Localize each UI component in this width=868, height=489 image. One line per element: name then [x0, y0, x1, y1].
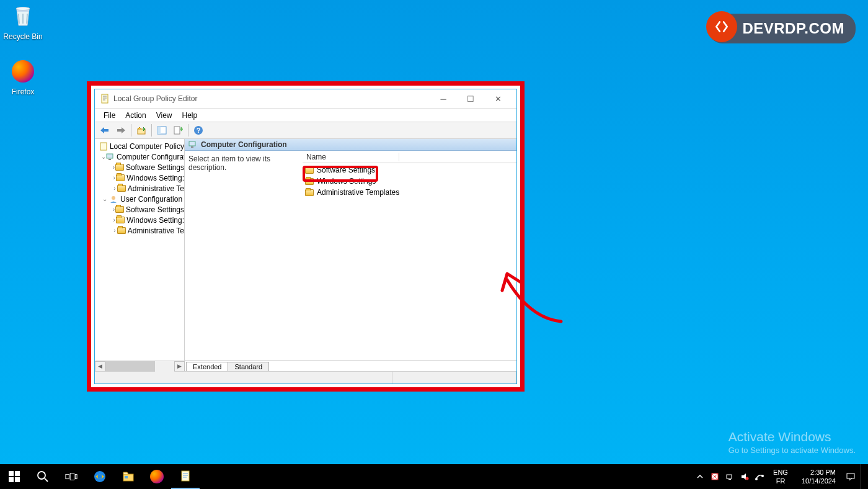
list-item-windows-settings[interactable]: Windows Settings [303, 176, 516, 187]
tray-security-icon[interactable] [710, 472, 720, 482]
ie-icon [94, 470, 106, 483]
scroll-thumb[interactable] [105, 361, 155, 372]
svg-rect-27 [125, 476, 128, 478]
svg-rect-21 [66, 474, 69, 478]
annotation-arrow-icon [496, 269, 570, 325]
menu-view[interactable]: View [151, 110, 177, 121]
firefox-icon [150, 470, 164, 483]
folder-icon [115, 164, 124, 171]
task-view-button[interactable] [57, 464, 86, 489]
explorer-icon [122, 470, 135, 483]
menu-file[interactable]: File [99, 110, 120, 121]
tree-item[interactable]: ›Administrative Te [95, 225, 184, 236]
svg-rect-18 [9, 477, 14, 482]
language-indicator[interactable]: ENG FR [769, 468, 792, 485]
user-icon [108, 195, 118, 204]
list-pane: Name Software Settings Windows Settings … [303, 151, 516, 360]
list-item-admin-templates[interactable]: Administrative Templates [303, 187, 516, 198]
svg-point-33 [755, 478, 758, 480]
folder-icon [116, 217, 125, 223]
tree-item[interactable]: ›Administrative Te [95, 183, 184, 194]
scroll-right-button[interactable]: ▶ [174, 361, 185, 372]
svg-rect-11 [107, 154, 113, 158]
clock[interactable]: 2:30 PM 10/14/2024 [797, 468, 841, 485]
tree-item[interactable]: ›Software Settings [95, 204, 184, 215]
activate-windows-watermark: Activate Windows Go to Settings to activ… [728, 429, 856, 455]
taskbar: ENG FR 2:30 PM 10/14/2024 [0, 464, 868, 489]
svg-rect-1 [102, 94, 108, 103]
svg-point-25 [98, 475, 102, 479]
svg-rect-31 [728, 479, 731, 480]
svg-rect-28 [182, 471, 189, 481]
svg-point-20 [38, 472, 45, 479]
tabs: Extended Standard [185, 360, 516, 371]
svg-point-32 [746, 477, 749, 480]
svg-rect-12 [108, 159, 111, 160]
tray-chevron-icon[interactable] [695, 472, 705, 482]
tab-standard[interactable]: Standard [228, 362, 269, 371]
tree-view[interactable]: Local Computer Policy ⌄ Computer Configu… [95, 139, 185, 361]
folder-icon [305, 178, 314, 185]
up-button[interactable] [134, 123, 149, 137]
folder-icon [305, 189, 314, 196]
brand-watermark: DEVRDP.COM [709, 14, 856, 43]
menu-action[interactable]: Action [120, 110, 151, 121]
titlebar[interactable]: Local Group Policy Editor ─ ☐ ✕ [95, 89, 516, 108]
tree-user-config[interactable]: ⌄ User Configuration [95, 194, 184, 204]
svg-rect-35 [847, 473, 854, 478]
tree-item[interactable]: ›Software Settings [95, 162, 184, 173]
tree-scrollbar[interactable]: ◀ ▶ [95, 361, 185, 371]
folder-icon [117, 185, 126, 192]
svg-rect-30 [727, 475, 732, 478]
taskbar-firefox[interactable] [143, 464, 171, 489]
export-button[interactable] [170, 123, 185, 137]
menu-help[interactable]: Help [177, 110, 203, 121]
desktop-icon-label: Firefox [0, 87, 46, 96]
svg-point-13 [112, 196, 115, 200]
tree-item[interactable]: ›Windows Setting: [95, 215, 184, 225]
gpedit-icon [100, 94, 110, 104]
desktop-icon-recycle-bin[interactable]: Recycle Bin [0, 3, 46, 41]
action-center-button[interactable] [846, 472, 856, 482]
taskbar-explorer[interactable] [114, 464, 143, 489]
taskbar-ie[interactable] [86, 464, 114, 489]
description-pane: Select an item to view its description. [185, 151, 303, 360]
svg-rect-14 [189, 141, 195, 146]
taskbar-notepad[interactable] [171, 464, 200, 489]
scroll-left-button[interactable]: ◀ [95, 361, 105, 372]
svg-point-34 [761, 475, 764, 477]
svg-rect-22 [70, 473, 74, 480]
search-icon [37, 470, 49, 483]
tree-root[interactable]: Local Computer Policy [95, 141, 184, 151]
task-view-icon [65, 470, 78, 483]
tray-rdp-icon[interactable] [755, 472, 764, 482]
tray-network-icon[interactable] [725, 472, 735, 482]
back-button[interactable] [97, 123, 112, 137]
computer-icon [188, 140, 197, 149]
notepad-icon [179, 470, 192, 482]
toolbar: ? [95, 122, 516, 139]
tree-item[interactable]: ›Windows Setting: [95, 173, 184, 183]
show-hide-tree-button[interactable] [154, 123, 169, 137]
desktop-icon-firefox[interactable]: Firefox [0, 59, 46, 96]
minimize-button[interactable]: ─ [430, 89, 457, 108]
folder-icon [116, 174, 125, 181]
start-button[interactable] [0, 464, 29, 489]
search-button[interactable] [29, 464, 57, 489]
show-desktop-button[interactable] [861, 464, 864, 489]
tray-volume-icon[interactable] [740, 472, 750, 482]
help-button[interactable]: ? [191, 123, 206, 137]
column-header[interactable]: Name [303, 151, 516, 163]
maximize-button[interactable]: ☐ [457, 89, 484, 108]
tab-extended[interactable]: Extended [186, 362, 228, 371]
forward-button[interactable] [113, 123, 128, 137]
gpedit-window: Local Group Policy Editor ─ ☐ ✕ File Act… [87, 81, 525, 392]
close-button[interactable]: ✕ [484, 89, 512, 108]
svg-rect-16 [9, 471, 14, 476]
tree-computer-config[interactable]: ⌄ Computer Configurat [95, 151, 184, 162]
svg-rect-6 [157, 127, 161, 134]
firefox-icon [11, 60, 35, 85]
svg-text:?: ? [197, 127, 201, 134]
window-title: Local Group Policy Editor [113, 94, 430, 103]
list-item-software-settings[interactable]: Software Settings [303, 164, 516, 176]
